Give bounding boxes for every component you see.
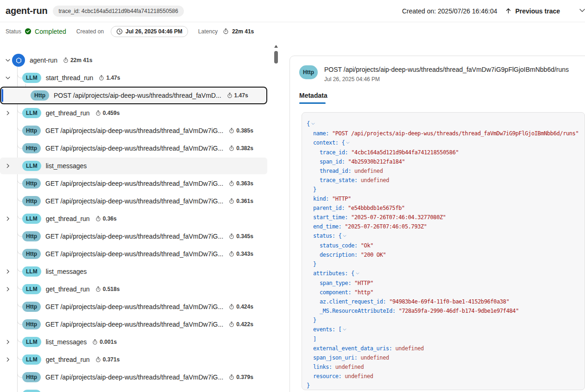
json-string-value: "e54bbbdb1e5675fb": [348, 205, 405, 211]
json-key: span_id:: [320, 158, 345, 165]
span-label: list_messages: [46, 162, 87, 170]
span-duration: 0.382s: [229, 145, 253, 152]
span-label: get_thread_run: [46, 356, 90, 363]
chevron-right-icon[interactable]: [5, 356, 11, 363]
span-label: get_thread_run: [46, 285, 90, 293]
tree-row[interactable]: Http GET /api/projects/aip-deep-wus/thre…: [0, 139, 269, 157]
tree-connector-elbow: [17, 283, 22, 290]
json-undefined-value: undefined: [395, 345, 423, 352]
chevron-right-icon[interactable]: [5, 110, 11, 116]
json-undefined-value: undefined: [360, 354, 389, 361]
tree-row[interactable]: LLM get_thread_run 0.371s: [0, 351, 269, 368]
json-key: links:: [313, 364, 332, 370]
collapse-toggle-icon[interactable]: [342, 325, 347, 335]
tree-row[interactable]: Http GET /api/projects/aip-deep-wus/thre…: [0, 175, 269, 192]
span-type-badge: LLM: [22, 108, 41, 118]
tree-row[interactable]: LLM list_messages: [0, 157, 269, 175]
tree-row[interactable]: LLM: [0, 386, 269, 392]
tree-scrollbar[interactable]: [273, 45, 279, 390]
scrollbar-up-arrow-icon[interactable]: [274, 45, 278, 48]
chevron-down-icon[interactable]: [5, 57, 11, 63]
tree-row[interactable]: LLM list_messages 0.001s: [0, 333, 269, 351]
json-line: external_event_data_uris: undefined: [306, 344, 582, 353]
json-line: }: [306, 185, 582, 194]
json-key: _MS.ResourceAttributeId:: [320, 308, 396, 314]
json-string-value: "2025-07-26T07:46:05.793Z": [345, 223, 427, 230]
json-string-value: "HTTP": [332, 196, 351, 202]
duration-text: 0.422s: [236, 321, 253, 328]
span-duration: 1.47s: [99, 75, 120, 81]
collapse-toggle-icon[interactable]: [342, 232, 347, 241]
clock-icon: [116, 28, 123, 35]
span-type-badge: LLM: [22, 354, 41, 365]
json-key: span_json_uri:: [313, 354, 358, 361]
duration-text: 0.001s: [100, 339, 117, 345]
tree-connector-elbow: [17, 265, 22, 272]
tree-row[interactable]: Http GET /api/projects/aip-deep-wus/thre…: [0, 245, 269, 263]
tree-row[interactable]: Http GET /api/projects/aip-deep-wus/thre…: [0, 316, 269, 333]
span-label: list_messages: [46, 338, 87, 346]
json-key: context:: [313, 139, 339, 146]
json-line: start_time: "2025-07-26T07:46:04.3277080…: [306, 213, 582, 222]
selected-row-accent-bar: [1, 89, 3, 102]
next-trace-chevron-icon[interactable]: [577, 7, 585, 16]
span-label: get_thread_run: [46, 215, 90, 222]
tree-row[interactable]: LLM get_thread_run 0.36s: [0, 210, 269, 228]
chevron-right-icon[interactable]: [5, 286, 11, 292]
json-key: end_time:: [313, 223, 341, 230]
tree-row[interactable]: LLM get_thread_run 0.518s: [0, 280, 269, 298]
previous-trace-label: Previous trace: [516, 7, 560, 15]
chevron-right-icon[interactable]: [5, 339, 11, 345]
status-check-icon: [25, 28, 31, 35]
span-detail-panel: Http POST /api/projects/aip-deep-wus/thr…: [289, 56, 585, 392]
previous-trace-button[interactable]: Previous trace: [505, 7, 560, 15]
json-line: parent_id: "e54bbbdb1e5675fb": [306, 203, 582, 213]
tree-row[interactable]: Http GET /api/projects/aip-deep-wus/thre…: [0, 298, 269, 316]
json-key: external_event_data_uris:: [313, 345, 392, 352]
span-label: GET /api/projects/aip-deep-wus/threads/t…: [45, 303, 223, 310]
tree-row[interactable]: LLM list_messages: [0, 263, 269, 280]
json-undefined-value: undefined: [335, 364, 364, 370]
json-line: span_type: "HTTP": [306, 278, 582, 288]
tree-row[interactable]: Http GET /api/projects/aip-deep-wus/thre…: [0, 192, 269, 210]
status-group: Status Completed: [6, 28, 66, 35]
latency-group: Latency 22m 41s: [198, 28, 254, 35]
span-label: GET /api/projects/aip-deep-wus/threads/t…: [45, 197, 223, 205]
json-line: status_code: "Ok": [306, 241, 582, 250]
tree-row[interactable]: Http GET /api/projects/aip-deep-wus/thre…: [0, 122, 269, 139]
tree-connector-elbow: [17, 142, 22, 149]
json-line: }: [306, 381, 582, 390]
tree-row[interactable]: Http GET /api/projects/aip-deep-wus/thre…: [0, 228, 269, 245]
span-duration: 0.385s: [229, 127, 253, 134]
created-on-group: Created on Jul 26, 2025 04:46 PM: [76, 26, 188, 37]
json-key: component:: [320, 289, 351, 296]
collapse-toggle-icon[interactable]: [346, 139, 350, 148]
duration-text: 1.47s: [234, 92, 248, 99]
span-type-badge: LLM: [22, 73, 41, 83]
collapse-toggle-icon[interactable]: [311, 120, 315, 129]
json-line: }: [306, 316, 582, 325]
json-line: description: "200 OK": [306, 250, 582, 259]
scrollbar-thumb[interactable]: [274, 51, 278, 63]
timer-icon: [223, 28, 229, 34]
span-duration: 1.47s: [227, 92, 248, 99]
tree-row[interactable]: LLM start_thread_run 1.47s: [0, 69, 269, 87]
json-string-value: "200 OK": [361, 252, 386, 258]
tree-row[interactable]: Http GET /api/projects/aip-deep-wus/thre…: [0, 368, 269, 386]
json-open-bracket: {: [339, 233, 342, 239]
span-duration: 0.422s: [229, 321, 253, 328]
chevron-down-icon[interactable]: [5, 75, 11, 81]
chevron-right-icon[interactable]: [5, 163, 11, 169]
tree-row[interactable]: LLM get_thread_run 0.459s: [0, 104, 269, 122]
chevron-right-icon[interactable]: [5, 268, 11, 275]
duration-text: 0.371s: [103, 356, 120, 363]
span-label: GET /api/projects/aip-deep-wus/threads/t…: [45, 180, 223, 187]
tree-row[interactable]: Http POST /api/projects/aip-deep-wus/thr…: [0, 87, 269, 104]
span-duration: 0.363s: [229, 180, 253, 187]
collapse-toggle-icon[interactable]: [355, 269, 360, 278]
tree-connector-elbow: [17, 195, 22, 202]
tab-metadata[interactable]: Metadata: [299, 92, 327, 99]
duration-text: 0.385s: [236, 127, 253, 134]
tree-row[interactable]: agent-run 22m 41s: [0, 51, 269, 69]
chevron-right-icon[interactable]: [5, 215, 11, 222]
